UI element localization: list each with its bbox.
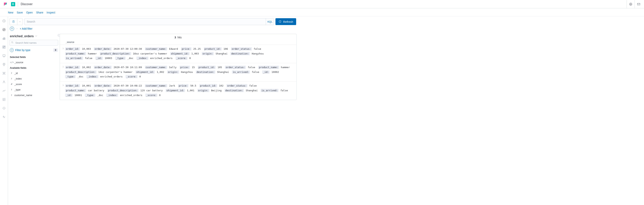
svg-point-19 [4,64,4,64]
index-pattern-name[interactable]: enriched_orders [10,34,34,38]
field-type-icon: </> [10,61,13,64]
app-letter-badge: D [11,2,15,6]
search-input[interactable] [24,18,266,25]
svg-line-25 [3,73,4,73]
saved-query-icon[interactable] [10,18,17,25]
svg-rect-14 [4,47,5,48]
add-filter-button[interactable]: + Add filter [20,27,32,30]
field-search-input[interactable] [10,40,58,45]
svg-point-35 [58,34,60,36]
app-header: D Discover [0,0,644,8]
canvas-icon[interactable] [1,53,7,59]
results-panel-wrap: 3 hits _source order_id: 10,003 order_da… [60,33,298,205]
visualize-icon[interactable] [1,35,7,41]
selected-fields-heading: Selected fields [10,54,58,60]
field-type-icon: t [10,72,13,74]
field-item[interactable]: tcustomer_name [10,92,58,98]
recent-icon[interactable] [1,18,7,24]
filter-bar: + Add filter [8,25,298,33]
overflow-area [298,17,644,205]
content-area: KQL Refresh + Add filter enriched_ord [8,17,298,205]
svg-rect-16 [3,55,5,56]
expand-row-icon[interactable] [61,47,65,50]
saved-query-menu[interactable] [10,18,23,25]
uptime-icon[interactable] [1,114,7,120]
discover-icon[interactable] [1,26,7,33]
hit-count-line: 3 hits [60,34,296,40]
collapse-sidebar-icon[interactable] [57,34,60,37]
toolbar-save[interactable]: Save [17,11,23,14]
maps-icon[interactable] [1,61,7,68]
svg-line-37 [13,43,13,43]
field-name: _id [14,72,18,75]
filter-icon [10,48,14,52]
svg-point-8 [3,28,5,31]
filter-type-count-badge: 0 [54,48,58,52]
svg-point-24 [4,73,4,74]
svg-point-22 [3,74,4,74]
doc-source: order_id: 10,001 order_date: 2020-07-30 … [65,83,294,98]
source-column-header: _source [60,40,296,45]
search-icon [11,41,14,44]
field-name: customer_name [14,94,32,97]
svg-rect-11 [4,38,5,39]
svg-line-28 [4,73,4,74]
side-nav-rail [0,17,8,205]
available-fields-heading: Available fields [10,65,58,70]
filter-separator [16,29,18,29]
hits-label: hits [178,36,182,39]
discover-toolbar: New Save Open Share Inspect [0,8,644,17]
dashboard-icon[interactable] [1,44,7,50]
expand-row-icon[interactable] [61,65,65,68]
field-item[interactable]: t_type [10,87,58,92]
refresh-button-label: Refresh [283,20,293,23]
field-sidebar: enriched_orders Fil [8,33,60,205]
field-name: _type [14,88,20,91]
table-row: order_id: 10,003 order_date: 2020-07-30 … [60,45,296,63]
query-bar: KQL Refresh [8,17,298,25]
doc-source: order_id: 10,003 order_date: 2020-07-30 … [65,47,294,61]
svg-point-1 [630,3,631,4]
graph-icon[interactable] [1,70,7,76]
svg-rect-6 [637,3,640,5]
metrics-icon[interactable] [1,88,7,94]
hit-count: 3 [174,36,176,39]
ml-icon[interactable] [1,79,7,85]
svg-rect-9 [3,38,4,39]
kibana-logo-icon[interactable] [3,2,8,6]
filter-by-type-button[interactable]: Filter by type [10,48,30,52]
svg-rect-10 [4,38,4,40]
field-name: _index [14,77,22,80]
field-type-icon: t [10,88,13,91]
filter-by-type-label: Filter by type [15,49,30,52]
svg-line-26 [4,73,4,73]
field-name: _source [14,61,23,64]
toolbar-open[interactable]: Open [26,11,33,14]
mail-icon[interactable] [634,0,642,8]
table-row: order_id: 10,002 order_date: 2020-07-30 … [60,63,296,82]
help-icon[interactable] [626,0,634,8]
field-type-icon: t [10,77,13,80]
field-item[interactable]: t_id [10,70,58,76]
svg-point-36 [12,41,13,43]
doc-source: order_id: 10,002 order_date: 2020-07-30 … [65,65,294,79]
svg-point-23 [4,74,5,74]
svg-point-21 [4,72,5,73]
toolbar-new[interactable]: New [8,11,13,14]
filter-menu-icon[interactable] [10,26,14,31]
refresh-button[interactable]: Refresh [276,18,296,25]
chevron-down-icon[interactable] [17,20,22,23]
logs-icon[interactable] [1,96,7,102]
table-row: order_id: 10,001 order_date: 2020-07-30 … [60,82,296,100]
toolbar-share[interactable]: Share [36,11,43,14]
chevron-down-icon[interactable] [35,35,38,38]
expand-row-icon[interactable] [61,83,65,87]
apm-icon[interactable] [1,105,7,111]
field-item[interactable]: t_index [10,76,58,81]
toolbar-inspect[interactable]: Inspect [47,11,55,14]
field-item[interactable]: </>_source [10,60,58,65]
page-title: Discover [21,2,32,6]
svg-rect-13 [4,46,5,46]
field-item[interactable]: #_score [10,81,58,87]
query-language-toggle[interactable]: KQL [266,18,274,25]
